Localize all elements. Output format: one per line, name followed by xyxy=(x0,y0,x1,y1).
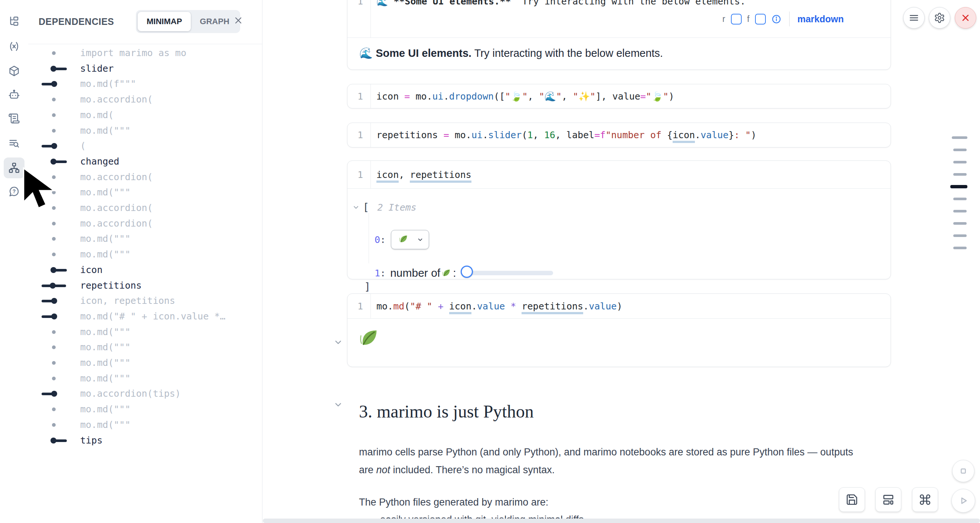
shutdown-button[interactable] xyxy=(955,7,976,29)
chevron-down-icon[interactable] xyxy=(333,400,343,411)
minimap-item[interactable]: mo.md(""" xyxy=(28,125,262,136)
minimap-item-label: mo.accordion( xyxy=(80,203,153,214)
minimap-item[interactable]: mo.md(f""" xyxy=(28,78,262,89)
command-icon xyxy=(919,493,931,506)
cell-icon-dropdown[interactable]: 1 icon = mo.ui.dropdown(["🍃", "🌊", "✨"],… xyxy=(347,84,891,108)
code-editor-line[interactable]: icon = mo.ui.dropdown(["🍃", "🌊", "✨"], v… xyxy=(371,91,674,102)
cell-language-label[interactable]: markdown xyxy=(797,14,844,24)
horizontal-scrollbar[interactable] xyxy=(263,518,980,523)
leaf-emoji xyxy=(399,234,409,246)
code-editor-line[interactable]: 🌊 **Some UI elements.** Try interacting … xyxy=(371,0,745,7)
tab-minimap[interactable]: MINIMAP xyxy=(138,12,191,31)
notebook-menu-button[interactable] xyxy=(903,7,925,29)
minimap-item-label: mo.md(""" xyxy=(80,187,130,198)
minimap-item[interactable]: icon xyxy=(28,265,262,276)
tree-summary-row[interactable]: [ 2 Items xyxy=(352,201,417,213)
minimap-item[interactable]: mo.md("# " + icon.value *… xyxy=(28,311,262,322)
minimap-item-label: tips xyxy=(80,435,102,446)
slider-thumb[interactable] xyxy=(461,266,473,278)
scroll-indicator-dash[interactable] xyxy=(953,210,967,212)
code-editor-line[interactable]: repetitions = mo.ui.slider(1, 16, label=… xyxy=(371,130,757,140)
keyboard-shortcuts-button[interactable] xyxy=(912,487,938,512)
sidebar-file-explorer-button[interactable] xyxy=(4,11,24,32)
info-icon[interactable] xyxy=(772,14,781,24)
leaf-emoji xyxy=(399,234,409,244)
icon-dropdown-widget[interactable] xyxy=(391,230,429,249)
cell-md-repeat[interactable]: 1 mo.md("# " + icon.value * repetitions.… xyxy=(347,293,891,367)
line-number: 1 xyxy=(347,91,371,102)
sidebar-documentation-button[interactable] xyxy=(4,108,24,129)
minimap-item[interactable]: import marimo as mo xyxy=(28,48,262,59)
close-panel-button[interactable] xyxy=(229,11,248,31)
chevron-down-icon[interactable] xyxy=(352,204,360,211)
code-editor-line[interactable]: icon, repetitions xyxy=(371,169,471,180)
sidebar-ai-assistant-button[interactable] xyxy=(4,85,24,105)
save-button[interactable] xyxy=(839,487,865,512)
gear-icon xyxy=(934,12,945,23)
minimap-item[interactable]: mo.md(""" xyxy=(28,404,262,415)
minimap-item[interactable]: mo.md( xyxy=(28,110,262,121)
scroll-indicator-dash[interactable] xyxy=(953,148,967,151)
outgoing-edge xyxy=(54,161,67,163)
no-dependency-dot xyxy=(52,408,56,411)
minimap-item[interactable]: mo.md(""" xyxy=(28,419,262,431)
cell-tuple-output[interactable]: 1 icon, repetitions [ 2 Items 0: xyxy=(347,161,891,279)
minimap-item[interactable]: mo.accordion( xyxy=(28,94,262,105)
scroll-indicator-dash[interactable] xyxy=(953,234,967,237)
minimap-item[interactable]: mo.accordion( xyxy=(28,203,262,214)
minimap-item[interactable]: mo.md(""" xyxy=(28,357,262,368)
repetitions-slider[interactable] xyxy=(462,271,553,275)
f-toggle-checkbox[interactable] xyxy=(755,14,766,24)
minimap-item[interactable]: icon, repetitions xyxy=(28,295,262,306)
minimap-item[interactable]: mo.accordion(tips) xyxy=(28,388,262,399)
leaf-emoji-output xyxy=(359,327,380,350)
scroll-indicator-dash-active[interactable] xyxy=(950,185,967,188)
sidebar-variables-button[interactable] xyxy=(4,36,24,57)
uses-variable-marker xyxy=(51,81,57,87)
toolbar-divider xyxy=(789,11,789,26)
minimap-item[interactable]: mo.md(""" xyxy=(28,373,262,384)
cell-repetitions-slider[interactable]: 1 repetitions = mo.ui.slider(1, 16, labe… xyxy=(347,123,891,147)
minimap-item-label: import marimo as mo xyxy=(80,48,186,59)
sidebar-help-button[interactable]: ? xyxy=(4,181,24,202)
minimap-item[interactable]: mo.md(""" xyxy=(28,327,262,338)
app-view-button[interactable] xyxy=(875,487,901,512)
no-dependency-dot xyxy=(52,330,56,334)
r-toggle-checkbox[interactable] xyxy=(731,14,742,24)
uses-variable-marker xyxy=(51,314,57,319)
scroll-indicator-dash[interactable] xyxy=(952,136,967,139)
chevron-down-icon[interactable] xyxy=(333,337,343,348)
interrupt-button[interactable] xyxy=(952,460,974,482)
item-colon: : xyxy=(380,268,386,279)
minimap-item-label: icon, repetitions xyxy=(80,295,175,306)
cell-markdown-code-row[interactable]: 1 🌊 **Some UI elements.** Try interactin… xyxy=(347,0,891,7)
minimap-item[interactable]: mo.accordion( xyxy=(28,218,262,229)
scroll-indicator-dash[interactable] xyxy=(953,247,967,249)
minimap-item[interactable]: changed xyxy=(28,156,262,167)
minimap-item[interactable]: tips xyxy=(28,435,262,446)
scroll-indicator-dash[interactable] xyxy=(953,173,967,176)
scroll-indicator-dash[interactable] xyxy=(953,222,967,225)
scroll-indicator-dash[interactable] xyxy=(953,161,967,163)
minimap-item[interactable]: mo.md(""" xyxy=(28,249,262,260)
minimap-item[interactable]: ( xyxy=(28,140,262,151)
minimap-item[interactable]: mo.md(""" xyxy=(28,187,262,198)
minimap-item[interactable]: repetitions xyxy=(28,280,262,291)
minimap-item[interactable]: slider xyxy=(28,63,262,74)
sidebar-snippets-button[interactable] xyxy=(4,133,24,154)
sidebar-dependencies-button[interactable] xyxy=(4,158,24,178)
minimap-item[interactable]: mo.md(""" xyxy=(28,233,262,244)
minimap-item[interactable]: mo.accordion( xyxy=(28,172,262,183)
cell-markdown-intro[interactable]: 1 🌊 **Some UI elements.** Try interactin… xyxy=(347,0,891,70)
run-button[interactable] xyxy=(951,489,975,513)
settings-button[interactable] xyxy=(929,7,950,29)
code-editor-line[interactable]: mo.md("# " + icon.value * repetitions.va… xyxy=(371,301,622,312)
minimap-item[interactable]: mo.md(""" xyxy=(28,342,262,353)
section-paragraph-1: marimo cells parse Python (and only Pyth… xyxy=(359,443,879,479)
item-colon: : xyxy=(380,234,386,245)
cell-md-repeat-code-row[interactable]: 1 mo.md("# " + icon.value * repetitions.… xyxy=(347,294,891,319)
scroll-indicator-dash[interactable] xyxy=(953,198,967,200)
sidebar-packages-button[interactable] xyxy=(4,61,24,81)
cell-tuple-code-row[interactable]: 1 icon, repetitions xyxy=(347,161,891,189)
uses-variable-marker xyxy=(51,298,57,304)
